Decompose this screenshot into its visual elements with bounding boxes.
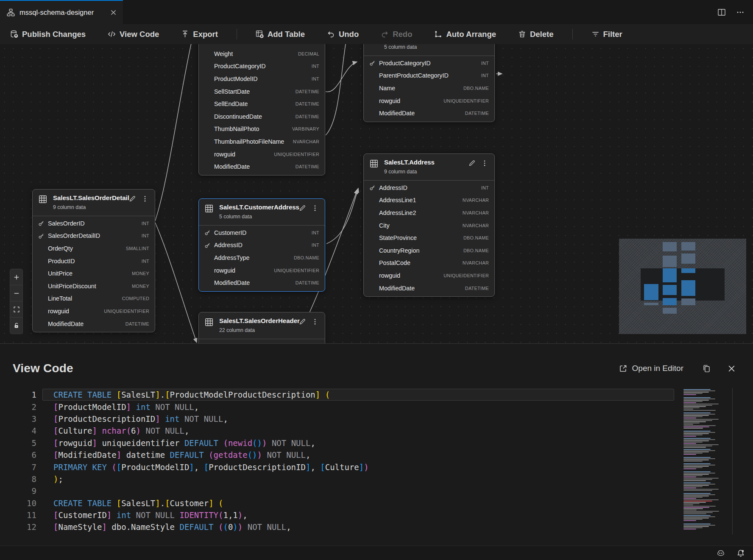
table-row: SellEndDateDATETIME: [199, 98, 325, 110]
line-number: 10: [0, 499, 36, 508]
column-type: DATETIME: [465, 111, 489, 116]
toolbar-button-view-code[interactable]: View Code: [108, 30, 159, 39]
column-type: INT: [481, 73, 489, 78]
column-type: UNIQUEIDENTIFIER: [443, 273, 489, 278]
code-minimap-line: [683, 482, 711, 483]
undo-icon: [327, 30, 335, 38]
minimap-table-block: [681, 280, 695, 296]
diagram-minimap[interactable]: [619, 239, 746, 334]
table-customer-address[interactable]: SalesLT.CustomerAddress5 column dataCust…: [198, 198, 325, 292]
table-sales-order-detail[interactable]: SalesLT.SalesOrderDetail9 column dataSal…: [32, 189, 155, 332]
more-menu-icon[interactable]: [481, 159, 488, 167]
toolbar-button-add-table[interactable]: Add Table: [256, 30, 305, 39]
more-actions-icon[interactable]: [736, 8, 745, 17]
toolbar-button-undo[interactable]: Undo: [327, 30, 359, 39]
table-icon: [370, 159, 378, 168]
zoom-in-button[interactable]: [10, 269, 22, 285]
code-minimap-line: [683, 423, 700, 423]
line-number: 6: [0, 450, 36, 460]
column-type: DATETIME: [296, 280, 319, 285]
code-minimap-line: [683, 446, 712, 446]
table-row: CustomerIDINT: [199, 226, 325, 239]
toolbar-button-publish-changes[interactable]: Publish Changes: [10, 30, 86, 39]
code-text: [NameStyle] dbo.NameStyle DEFAULT ((0)) …: [53, 522, 291, 532]
panel-actions: Open in Editor: [619, 364, 736, 373]
plus-icon: [13, 274, 20, 281]
column-name: UnitPriceDiscount: [48, 283, 132, 290]
edge-customeraddress-address: [326, 188, 358, 244]
column-type: NVARCHAR: [463, 210, 489, 215]
table-row: ThumbNailPhotoVARBINARY: [199, 123, 325, 136]
column-name: ProductModelID: [214, 75, 312, 82]
column-name: Name: [379, 85, 463, 92]
diagram-canvas[interactable]: WeightDECIMALProductCategoryIDINTProduct…: [0, 44, 753, 343]
edit-pencil-icon[interactable]: [468, 159, 476, 167]
code-minimap-line: [683, 438, 711, 439]
table-address[interactable]: SalesLT.Address9 column dataAddressIDINT…: [363, 153, 495, 297]
edit-pencil-icon[interactable]: [298, 204, 306, 212]
code-minimap-line: [683, 508, 703, 509]
table-product-category[interactable]: 5 column dataProductCategoryIDINTParentP…: [363, 44, 495, 122]
fit-view-button[interactable]: [10, 301, 22, 318]
primary-key-icon: [204, 242, 214, 248]
toolbar-button-filter[interactable]: Filter: [591, 30, 622, 39]
column-type: DECIMAL: [298, 51, 319, 56]
column-name: CountryRegion: [379, 247, 463, 254]
split-editor-icon[interactable]: [717, 8, 726, 17]
code-minimap-line: [683, 515, 711, 516]
code-minimap[interactable]: [683, 389, 733, 537]
copy-icon[interactable]: [702, 364, 711, 373]
code-minimap-line: [683, 431, 711, 432]
toolbar-button-delete[interactable]: Delete: [518, 30, 554, 39]
lock-button[interactable]: [10, 318, 22, 334]
designer-toolbar: Publish ChangesView CodeExportAdd TableU…: [0, 24, 753, 44]
code-text: CREATE TABLE [SalesLT].[ProductModelProd…: [53, 390, 330, 399]
edit-pencil-icon[interactable]: [128, 195, 136, 203]
edit-pencil-icon[interactable]: [298, 318, 306, 326]
table-sales-order-header[interactable]: SalesLT.SalesOrderHeader22 column dataSa…: [198, 312, 325, 343]
zoom-out-button[interactable]: [10, 285, 22, 301]
tab-mssql-schema-designer[interactable]: mssql-schema-designer: [0, 0, 123, 24]
code-minimap-line: [683, 516, 715, 517]
code-line: 8);: [0, 473, 753, 485]
copilot-icon[interactable]: [717, 549, 725, 557]
code-minimap-line: [683, 392, 709, 393]
external-link-icon: [619, 364, 628, 373]
table-title: SalesLT.SalesOrderHeader: [219, 317, 300, 324]
minimap-table-block: [644, 303, 658, 305]
column-name: UnitPrice: [48, 270, 132, 277]
code-minimap-line: [683, 414, 715, 415]
close-icon[interactable]: [110, 9, 117, 16]
code-minimap-line: [683, 439, 715, 440]
code-minimap-line: [683, 415, 709, 416]
filter-icon: [591, 30, 600, 38]
toolbar-button-export[interactable]: Export: [181, 30, 218, 39]
more-menu-icon[interactable]: [311, 318, 319, 326]
toolbar-label: Auto Arrange: [446, 30, 496, 39]
column-name: rowguid: [214, 267, 274, 274]
minimap-table-block: [663, 256, 677, 267]
table-product[interactable]: WeightDECIMALProductCategoryIDINTProduct…: [198, 44, 325, 176]
column-name: AddressType: [214, 254, 294, 261]
toolbar-label: View Code: [120, 30, 159, 39]
close-panel-icon[interactable]: [727, 364, 736, 373]
more-menu-icon[interactable]: [311, 204, 319, 212]
column-name: OrderQty: [48, 245, 126, 252]
column-type: NVARCHAR: [293, 139, 319, 144]
minimap-table-block: [644, 284, 658, 300]
schema-icon: [7, 8, 15, 17]
bell-icon[interactable]: [736, 549, 745, 557]
code-minimap-line: [683, 449, 711, 450]
open-in-editor-button[interactable]: Open in Editor: [619, 364, 683, 373]
toolbar-button-auto-arrange[interactable]: Auto Arrange: [434, 30, 496, 39]
status-bar: [0, 546, 753, 560]
table-row: OrderQtySMALLINT: [33, 242, 155, 255]
more-menu-icon[interactable]: [141, 195, 149, 203]
code-minimap-line: [683, 451, 709, 452]
code-line: 7PRIMARY KEY ([ProductModelID], [Product…: [0, 461, 753, 473]
column-name: ModifiedDate: [214, 279, 296, 286]
toolbar-separator: [237, 29, 237, 39]
column-type: UNIQUEIDENTIFIER: [274, 152, 319, 157]
column-name: rowguid: [379, 272, 443, 279]
column-name: ModifiedDate: [214, 163, 296, 170]
